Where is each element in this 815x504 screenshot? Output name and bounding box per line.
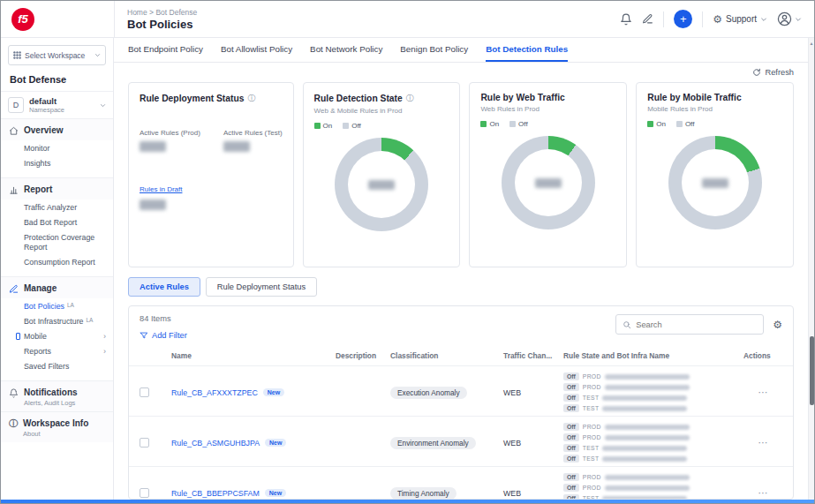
subtab-rule-deployment-status[interactable]: Rule Deployment Status	[206, 277, 317, 297]
rules-in-draft-link[interactable]: Rules in Draft	[140, 185, 182, 193]
refresh-button[interactable]: Refresh	[752, 68, 794, 77]
chevron-down-icon	[100, 102, 106, 109]
vertical-scrollbar[interactable]: ▲	[808, 38, 814, 500]
tab-bot-allowlist-policy[interactable]: Bot Allowlist Policy	[221, 38, 292, 62]
sidebar-item-manage[interactable]: Manage	[1, 277, 113, 298]
mobile-traffic-donut-chart	[668, 136, 762, 229]
detection-state-donut-chart	[335, 138, 428, 231]
sidebar-item-notifications[interactable]: Notifications Alerts, Audit Logs	[1, 381, 113, 411]
plus-icon: +	[680, 12, 687, 26]
rule-name-link[interactable]: Rule_CB_AFXXXTZPEC	[171, 388, 258, 397]
rule-state-toggle: Off	[563, 444, 579, 452]
rule-name-link[interactable]: Rule_CB_BBEPPCSFAM	[171, 489, 260, 498]
donut-legend: On Off	[314, 122, 449, 130]
card-subtitle: Web & Mobile Rules in Prod	[314, 107, 449, 115]
redacted-infra-name	[605, 385, 690, 390]
notifications-bell-button[interactable]	[620, 13, 632, 26]
scrollbar-thumb[interactable]	[810, 336, 814, 405]
chevron-down-icon	[94, 52, 101, 58]
card-subtitle: Web Rules in Prod	[480, 105, 615, 113]
redacted-infra-name	[605, 485, 690, 491]
sidebar-item-reports[interactable]: Reports ›	[1, 344, 113, 359]
sidebar-item-insights[interactable]: Insights	[1, 156, 113, 171]
column-header-rule-state[interactable]: Rule State and Bot Infra Name	[563, 351, 738, 360]
tab-benign-bot-policy[interactable]: Benign Bot Policy	[400, 38, 468, 62]
la-badge: LA	[67, 302, 74, 309]
new-badge: New	[263, 388, 284, 396]
rule-state-toggle: Off	[563, 404, 579, 412]
sidebar-item-monitor[interactable]: Monitor	[1, 141, 113, 156]
row-checkbox[interactable]	[140, 488, 149, 498]
tab-bot-detection-rules[interactable]: Bot Detection Rules	[486, 38, 568, 62]
legend-on-swatch	[480, 121, 487, 127]
traffic-channel: WEB	[503, 388, 558, 397]
sidebar-item-consumption-report[interactable]: Consumption Report	[1, 255, 113, 270]
info-icon[interactable]: ⓘ	[247, 93, 255, 104]
f5-logo[interactable]: f5	[11, 8, 34, 31]
policy-tabs: Bot Endpoint Policy Bot Allowlist Policy…	[114, 38, 808, 63]
sidebar-item-protection-coverage-report[interactable]: Protection Coverage Report	[1, 230, 113, 255]
product-title: Bot Defense	[1, 72, 113, 91]
rule-state-cell: OffPROD OffPROD OffTEST OffTEST	[563, 423, 738, 463]
redacted-infra-name	[605, 435, 690, 440]
row-checkbox[interactable]	[140, 438, 149, 448]
page-header: Home > Bot Defense Bot Policies	[127, 8, 197, 31]
sidebar-section-overview: Overview Monitor Insights	[1, 119, 113, 178]
classification-pill: Timing Anomaly	[390, 487, 457, 500]
redacted-stat-value	[140, 199, 166, 210]
donut-legend: On Off	[647, 120, 782, 128]
column-header-name[interactable]: Name	[171, 351, 330, 360]
user-account-button[interactable]	[777, 11, 802, 26]
legend-on-swatch	[647, 121, 653, 127]
chevron-right-icon: ›	[103, 347, 106, 357]
rule-state-toggle: Off	[563, 423, 579, 431]
info-icon: ⓘ	[9, 419, 18, 428]
redacted-donut-value	[702, 178, 728, 188]
sidebar-item-bot-policies[interactable]: Bot Policies LA	[1, 299, 113, 314]
search-input[interactable]	[636, 320, 757, 329]
donut-legend: On Off	[480, 120, 615, 128]
sidebar-item-traffic-analyzer[interactable]: Traffic Analyzer	[1, 200, 113, 215]
info-icon[interactable]: ⓘ	[406, 93, 414, 104]
bell-icon	[620, 13, 632, 26]
sidebar-item-saved-filters[interactable]: Saved Filters	[1, 359, 113, 374]
sidebar-item-mobile[interactable]: Mobile ›	[1, 329, 113, 344]
workspace-selector[interactable]: Select Workspace	[8, 45, 106, 65]
filter-funnel-icon	[140, 331, 148, 340]
support-menu-button[interactable]: ⚙ Support	[713, 14, 767, 25]
rule-name-link[interactable]: Rule_CB_ASMGUHBJPA	[171, 439, 260, 448]
column-header-actions: Actions	[743, 351, 782, 360]
stat-label-active-test: Active Rules (Test)	[223, 129, 283, 137]
env-label: PROD	[583, 373, 601, 380]
edit-pencil-button[interactable]	[642, 13, 653, 25]
sidebar-item-overview[interactable]: Overview	[1, 119, 113, 140]
sidebar-item-bad-bot-report[interactable]: Bad Bot Report	[1, 215, 113, 230]
row-actions-menu[interactable]: ⋯	[743, 387, 782, 398]
breadcrumb-home-link[interactable]: Home	[127, 8, 147, 17]
add-filter-button[interactable]: Add Filter	[140, 331, 187, 340]
workspace-info-label: Workspace Info	[23, 418, 88, 428]
scrollbar-up-arrow-icon[interactable]: ▲	[809, 38, 814, 46]
notifications-sub: Alerts, Audit Logs	[24, 399, 78, 407]
column-header-description[interactable]: Description	[336, 351, 385, 360]
page-title: Bot Policies	[127, 18, 197, 31]
column-header-traffic[interactable]: Traffic Chan...	[503, 351, 558, 360]
notifications-label: Notifications	[24, 387, 78, 397]
tab-bot-endpoint-policy[interactable]: Bot Endpoint Policy	[128, 38, 203, 62]
card-rule-detection-state: Rule Detection State ⓘ Web & Mobile Rule…	[303, 82, 461, 267]
subtab-active-rules[interactable]: Active Rules	[128, 277, 200, 297]
sidebar-item-workspace-info[interactable]: ⓘ Workspace Info About	[1, 412, 113, 442]
sidebar-item-report[interactable]: Report	[1, 178, 113, 199]
row-actions-menu[interactable]: ⋯	[743, 487, 782, 499]
row-actions-menu[interactable]: ⋯	[743, 437, 782, 448]
sidebar-section-report: Report Traffic Analyzer Bad Bot Report P…	[1, 178, 113, 277]
namespace-selector[interactable]: D default Namespace	[1, 91, 113, 119]
row-checkbox[interactable]	[140, 387, 149, 397]
column-header-classification[interactable]: Classification	[390, 351, 498, 360]
table-settings-gear-icon[interactable]: ⚙	[773, 320, 782, 330]
redacted-donut-value	[368, 180, 395, 190]
table-row: Rule_CB_BBEPPCSFAM New Timing Anomaly WE…	[129, 467, 793, 500]
add-new-button[interactable]: +	[674, 10, 692, 28]
sidebar-item-bot-infrastructure[interactable]: Bot Infrastructure LA	[1, 314, 113, 329]
tab-bot-network-policy[interactable]: Bot Network Policy	[310, 38, 382, 62]
